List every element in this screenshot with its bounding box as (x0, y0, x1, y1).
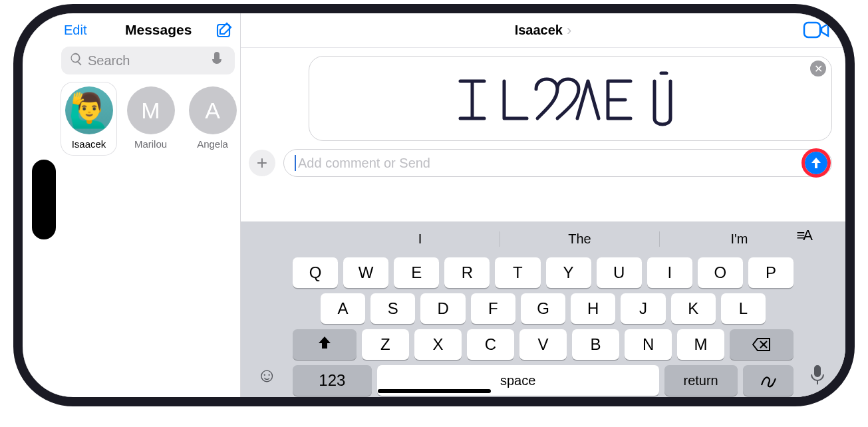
svg-rect-3 (814, 365, 821, 377)
key-row-3: Z X C V B N M (241, 329, 845, 360)
key-f[interactable]: F (471, 293, 515, 324)
key-d[interactable]: D (420, 293, 465, 324)
pinned-contact-marilou[interactable]: M Marilou (123, 86, 178, 155)
key-g[interactable]: G (521, 293, 565, 324)
onscreen-keyboard: I The I'm ≡A Q W E R T Y U I O P (241, 221, 845, 397)
handwriting-canvas (458, 68, 684, 129)
key-a[interactable]: A (321, 293, 365, 324)
send-button[interactable] (805, 152, 827, 174)
close-attachment-icon[interactable]: ✕ (810, 61, 826, 76)
iphone-frame: Edit Messages Search (13, 4, 855, 406)
text-cursor (295, 155, 296, 171)
input-row: + Add comment or Send (249, 149, 832, 177)
search-icon (69, 52, 88, 69)
edit-button[interactable]: Edit (64, 23, 86, 38)
message-input[interactable]: Add comment or Send (283, 149, 832, 177)
app-content: Edit Messages Search (23, 13, 845, 397)
input-placeholder: Add comment or Send (298, 156, 805, 171)
suggestion-2[interactable]: The (500, 231, 660, 247)
chevron-right-icon[interactable]: › (567, 22, 571, 39)
emoji-keyboard-icon[interactable]: ☺ (257, 364, 277, 386)
key-r[interactable]: R (444, 257, 490, 288)
search-field[interactable]: Search (61, 47, 235, 74)
key-i[interactable]: I (647, 257, 692, 288)
home-indicator[interactable] (378, 389, 491, 393)
key-b[interactable]: B (572, 329, 619, 360)
send-button-highlight (805, 152, 827, 174)
search-placeholder: Search (88, 53, 211, 69)
keyboard-dictate-icon[interactable] (809, 364, 825, 388)
pinned-contact-angela[interactable]: A Angela (185, 86, 240, 155)
search-wrap: Search (61, 47, 240, 74)
pin-label: Marilou (134, 138, 167, 150)
dictate-icon[interactable] (211, 51, 227, 70)
key-v[interactable]: V (519, 329, 567, 360)
key-e[interactable]: E (394, 257, 439, 288)
key-o[interactable]: O (698, 257, 743, 288)
key-p[interactable]: P (748, 257, 794, 288)
key-l[interactable]: L (721, 293, 766, 324)
key-k[interactable]: K (671, 293, 716, 324)
key-w[interactable]: W (343, 257, 388, 288)
pin-label: Isaacek (72, 138, 106, 150)
shift-icon (317, 335, 332, 354)
key-numbers[interactable]: 123 (293, 365, 372, 396)
predictive-bar: I The I'm (241, 225, 845, 252)
conversation-pane: Isaacek › ✕ (241, 13, 845, 397)
sidebar-title: Messages (125, 22, 192, 38)
add-attachment-button[interactable]: + (249, 150, 275, 176)
key-backspace[interactable] (730, 329, 794, 360)
sidebar-header: Edit Messages (61, 13, 240, 47)
text-replace-icon[interactable]: ≡A (796, 227, 811, 244)
facetime-video-icon[interactable] (803, 20, 829, 40)
pinned-contacts: Isaacek M Marilou A Angela (61, 74, 240, 155)
key-t[interactable]: T (495, 257, 540, 288)
key-s[interactable]: S (370, 293, 415, 324)
key-h[interactable]: H (571, 293, 615, 324)
avatar: A (189, 86, 237, 134)
contact-name[interactable]: Isaacek (515, 23, 563, 38)
avatar: M (127, 86, 175, 134)
key-return[interactable]: return (664, 365, 738, 396)
key-row-1: Q W E R T Y U I O P (241, 257, 845, 288)
conversation-header: Isaacek › (241, 13, 845, 48)
key-u[interactable]: U (597, 257, 642, 288)
key-row-4: 123 space return (241, 365, 845, 396)
key-j[interactable]: J (621, 293, 665, 324)
key-handwriting[interactable] (743, 365, 794, 396)
key-c[interactable]: C (467, 329, 514, 360)
dynamic-island (32, 160, 56, 239)
avatar (65, 86, 113, 134)
pin-label: Angela (197, 138, 228, 150)
pinned-contact-isaacek[interactable]: Isaacek (61, 82, 116, 155)
handwriting-attachment[interactable]: ✕ (309, 56, 832, 141)
suggestion-3[interactable]: I'm (660, 231, 819, 247)
key-z[interactable]: Z (362, 329, 409, 360)
key-m[interactable]: M (677, 329, 724, 360)
key-row-2: A S D F G H J K L (241, 293, 845, 324)
key-shift[interactable] (293, 329, 357, 360)
key-y[interactable]: Y (546, 257, 591, 288)
key-n[interactable]: N (625, 329, 672, 360)
suggestion-1[interactable]: I (341, 231, 500, 247)
compose-new-icon[interactable] (215, 21, 233, 39)
key-x[interactable]: X (414, 329, 462, 360)
svg-rect-2 (804, 23, 820, 37)
key-q[interactable]: Q (293, 257, 338, 288)
compose-area: ✕ + Add comment or Send (241, 48, 845, 221)
